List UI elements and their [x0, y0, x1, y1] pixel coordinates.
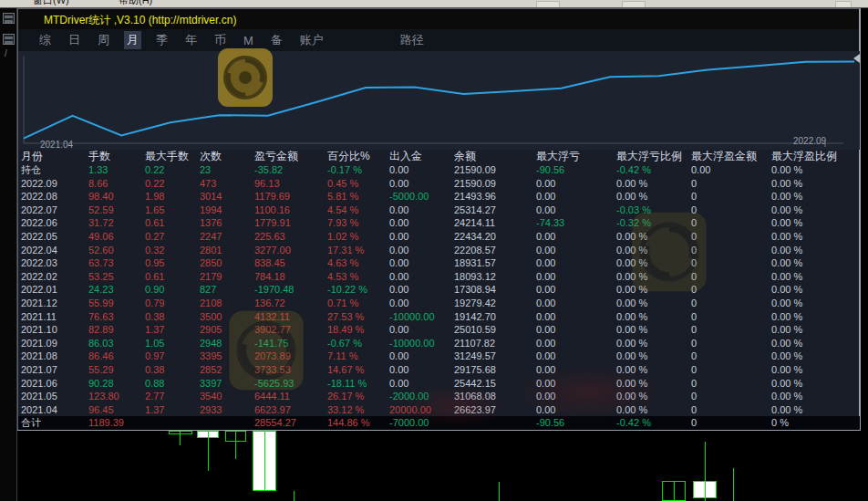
strip-chart-icon[interactable]: [3, 34, 15, 45]
table-cell: 0.00: [389, 377, 454, 391]
table-row[interactable]: 2021.0496.451.3729336623.9733.12 %20000.…: [18, 403, 860, 417]
menu-item-help[interactable]: 帮助(H): [119, 0, 152, 7]
table-row[interactable]: 2021.0886.460.9733952073.897.11 %0.00312…: [18, 350, 860, 363]
table-row[interactable]: 2022.0253.250.612179784.184.53 %0.001809…: [18, 270, 860, 284]
table-row[interactable]: 2022.0549.060.272247225.631.02 %0.002243…: [18, 230, 860, 244]
table-cell: 0.88: [145, 377, 200, 391]
menubar-button[interactable]: [536, 1, 560, 8]
menubar-button[interactable]: [835, 1, 852, 8]
table-cell: 0: [691, 337, 771, 350]
strip-window-icon[interactable]: [3, 13, 15, 24]
table-cell: 0.00: [536, 230, 616, 244]
table-cell: 0.22: [145, 177, 200, 191]
toolbar-tab-5[interactable]: 年: [182, 31, 200, 49]
table-row[interactable]: 2021.0690.280.883397-5625.93-18.11 %0.00…: [18, 377, 860, 391]
toolbar-tab-2[interactable]: 周: [95, 31, 112, 49]
table-row[interactable]: 2021.1255.990.792108136.720.71 %0.001927…: [18, 297, 860, 310]
table-cell: -90.56: [536, 416, 616, 430]
menubar-button[interactable]: [622, 1, 646, 8]
table-cell: 0: [691, 350, 771, 363]
table-cell: 0 %: [771, 416, 860, 430]
table-cell: 1376: [200, 216, 254, 230]
table-cell: 838.45: [254, 256, 327, 270]
table-cell: 1994: [200, 204, 254, 217]
menu-item-window[interactable]: 窗口(W): [33, 0, 69, 7]
table-row[interactable]: 2022.0452.600.3228013277.0017.31 %0.0022…: [18, 244, 860, 257]
table-cell: 0: [691, 403, 771, 417]
table-cell: 49.06: [88, 230, 145, 244]
table-cell: 90.28: [88, 377, 145, 391]
path-label[interactable]: 路径: [400, 32, 424, 48]
toolbar-tab-8[interactable]: 备: [268, 31, 285, 49]
table-row[interactable]: 2021.05123.802.7735406444.1126.17 %-2000…: [18, 390, 860, 403]
toolbar-tab-7[interactable]: M: [241, 33, 256, 48]
table-cell: 3540: [200, 390, 254, 403]
table-cell: 0.00: [536, 350, 616, 363]
toolbar-tab-9[interactable]: 账户: [297, 31, 326, 49]
table-cell: 20000.00: [389, 403, 454, 417]
table-row[interactable]: 2021.1176.630.3835004132.1127.53 %-10000…: [18, 310, 860, 324]
table-row[interactable]: 2022.0363.730.952850838.454.63 %0.001893…: [18, 256, 860, 270]
table-row[interactable]: 2022.0898.401.9830141179.695.81 %-5000.0…: [18, 190, 860, 204]
table-cell: 0.00 %: [616, 377, 691, 391]
candlestick-wick: [705, 442, 706, 501]
table-cell: 29175.68: [454, 363, 536, 377]
table-cell: 2021.06: [21, 377, 88, 391]
table-cell: 2933: [200, 403, 254, 417]
table-header-row[interactable]: 月份手数最大手数次数盈亏金额百分比%出入金余额最大浮亏最大浮亏比例最大浮盈金额最…: [18, 150, 860, 163]
table-cell: 123.80: [88, 390, 145, 403]
table-cell: 1779.91: [254, 216, 327, 230]
table-cell: 0.00 %: [771, 377, 860, 391]
table-cell: 2022.05: [21, 230, 88, 244]
table-cell: -0.42 %: [616, 416, 691, 430]
toolbar-tab-4[interactable]: 季: [153, 31, 170, 49]
table-cell: -10000.00: [389, 337, 454, 350]
table-cell: 26.17 %: [327, 390, 389, 403]
table-row[interactable]: 2021.1082.891.3729053902.7718.49 %0.0025…: [18, 323, 860, 337]
column-header: 最大浮亏: [536, 150, 616, 163]
table-cell: 82.89: [88, 323, 145, 337]
table-cell: 0.00 %: [771, 256, 860, 270]
table-cell: 0.00 %: [616, 323, 691, 337]
table-row[interactable]: 2022.0631.720.6113761779.917.93 %0.00242…: [18, 216, 860, 230]
table-cell: 2022.09: [21, 177, 88, 191]
toolbar-tab-6[interactable]: 币: [212, 31, 229, 49]
table-cell: 0.00: [389, 283, 454, 297]
candlestick-wick: [733, 468, 734, 501]
table-cell: 0.00 %: [616, 350, 691, 363]
toolbar-tab-3[interactable]: 月: [124, 31, 141, 49]
table-cell: 21590.09: [454, 163, 536, 177]
table-row[interactable]: 2021.0755.290.3828523733.5314.67 %0.0029…: [18, 363, 860, 377]
table-row[interactable]: 持仓1.330.2223-35.82-0.17 %0.0021590.09-90…: [18, 163, 860, 177]
table-cell: 0.00 %: [616, 403, 691, 417]
toolbar-tab-0[interactable]: 综: [36, 31, 54, 49]
table-cell: 2.77: [145, 390, 200, 403]
strip-pen-icon[interactable]: /: [5, 48, 7, 58]
table-total-row[interactable]: 合计1189.3928554.27144.86 %-7000.00-90.56-…: [18, 416, 860, 430]
table-row[interactable]: 2021.0986.031.052948-141.75-0.67 %-10000…: [18, 337, 860, 350]
table-cell: 52.59: [88, 204, 145, 217]
table-cell: 0.00 %: [771, 230, 860, 244]
table-cell: 0: [691, 297, 771, 310]
table-cell: 0: [691, 416, 771, 430]
table-cell: 31249.57: [454, 350, 536, 363]
column-header: 最大浮盈金额: [691, 150, 771, 163]
table-cell: 0: [691, 216, 771, 230]
table-row[interactable]: 2022.0124.230.90827-1970.48-10.22 %0.001…: [18, 283, 860, 297]
table-cell: 1.98: [145, 190, 200, 204]
toolbar-tab-1[interactable]: 日: [66, 31, 83, 49]
table-cell: 0.00: [389, 256, 454, 270]
table-cell: 7.93 %: [327, 216, 389, 230]
table-row[interactable]: 2022.0752.591.6519941100.164.54 %0.00253…: [18, 204, 860, 217]
table-cell: 2021.04: [21, 403, 88, 417]
table-cell: 473: [200, 177, 254, 191]
table-row[interactable]: 2022.098.660.2247396.130.45 %0.0021590.0…: [18, 177, 860, 191]
table-cell: 19142.70: [454, 310, 536, 324]
x-axis-label-end: 2022.09: [793, 136, 826, 146]
table-cell: 0.00: [536, 310, 616, 324]
table-cell: 25442.15: [454, 377, 536, 391]
splitter-collapse-arrow-icon[interactable]: [853, 54, 860, 63]
window-titlebar[interactable]: MTDriver统计 ,V3.10 (http://mtdriver.cn): [18, 9, 859, 29]
table-cell: 3395: [200, 350, 254, 363]
table-cell: 0.00 %: [616, 244, 691, 257]
